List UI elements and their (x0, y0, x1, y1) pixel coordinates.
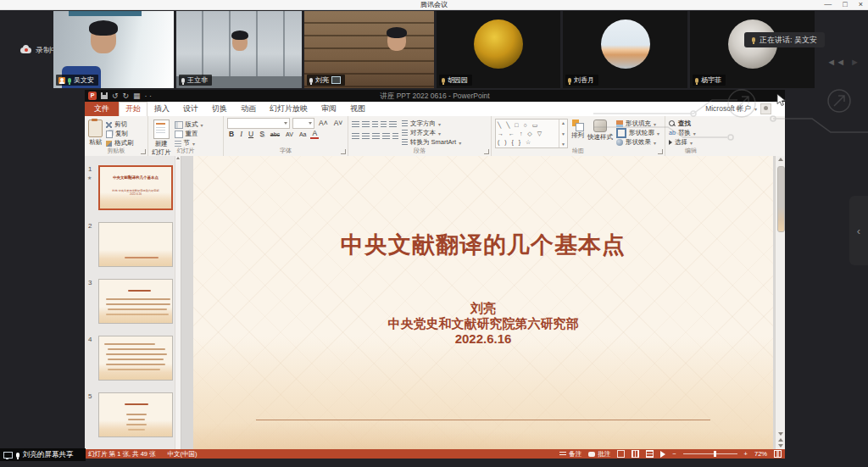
tab-5[interactable]: 动画 (234, 102, 263, 116)
replace-button[interactable]: ab替换▾ (669, 129, 696, 137)
select-button[interactable]: 选择▾ (669, 138, 696, 147)
prev-page-icon[interactable]: ◄◄ (826, 57, 845, 67)
tab-file[interactable]: 文件 (85, 102, 119, 116)
paste-button[interactable]: 粘贴 (88, 119, 103, 146)
dialog-launcher-icon[interactable] (658, 149, 663, 154)
slide-thumbnail-1[interactable]: 1★中央文献翻译的几个基本点刘亮 中央党史和文献研究院第六研究部 2022.6.… (98, 165, 173, 210)
shape-gallery[interactable]: ╲ ╲ □ ○ ▭ → ← ↑ ◇ ▽ ( ) { } ☆ ▲▼▼ (495, 119, 568, 148)
close-button[interactable]: × (859, 0, 863, 9)
font-name-select[interactable] (227, 118, 290, 129)
undo-icon[interactable]: ↺ (112, 92, 119, 100)
notes-toggle[interactable]: 备注 (559, 450, 581, 459)
fit-to-window-button[interactable] (774, 450, 782, 458)
tab-1[interactable]: 开始 (119, 102, 147, 116)
panel-scrollbar[interactable] (175, 156, 181, 449)
smartart-button[interactable]: 转换为 SmartArt▾ (402, 138, 461, 147)
slide-thumbnail-4[interactable]: 4★ (98, 336, 173, 381)
justify-icon[interactable] (382, 133, 390, 140)
change-case-button[interactable]: Aa (298, 130, 309, 139)
zoom-slider-thumb[interactable] (714, 451, 716, 457)
font-size-select[interactable] (292, 118, 314, 129)
char-spacing-button[interactable]: AV (284, 130, 295, 139)
cut-button[interactable]: 剪切 (106, 120, 134, 129)
language-indicator[interactable]: 中文(中国) (168, 450, 198, 459)
zoom-level[interactable]: 72% (754, 450, 767, 458)
scroll-up-icon[interactable] (176, 157, 180, 159)
shape-fill-button[interactable]: 形状填充▾ (616, 120, 659, 128)
slide-date[interactable]: 2022.6.16 (193, 331, 773, 347)
participant-tile[interactable]: 吴文安 (53, 11, 174, 88)
layout-button[interactable]: 版式▾ (175, 120, 203, 129)
tab-2[interactable]: 插入 (147, 102, 176, 116)
account-area[interactable]: Microsoft 帐户 ▾ (705, 102, 771, 116)
gallery-scrollbar[interactable]: ▲▼▼ (559, 120, 567, 147)
tab-7[interactable]: 审阅 (314, 102, 343, 116)
line-spacing-icon[interactable] (389, 121, 397, 128)
find-button[interactable]: 查找 (669, 120, 696, 128)
columns-icon[interactable] (392, 133, 398, 140)
tab-8[interactable]: 视图 (343, 102, 372, 116)
decrease-indent-icon[interactable] (372, 121, 378, 128)
shrink-font-button[interactable]: A˅ (332, 119, 345, 128)
tab-4[interactable]: 切换 (205, 102, 234, 116)
slide-thumbnail-5[interactable]: 5★ (98, 392, 173, 437)
text-shadow-button[interactable]: S (258, 130, 266, 139)
normal-view-button[interactable] (617, 450, 625, 458)
participant-tile[interactable]: 胡园园 (437, 11, 560, 88)
slideshow-icon[interactable]: ▦ (133, 92, 141, 100)
font-color-button[interactable]: A (310, 130, 319, 139)
align-left-icon[interactable] (352, 133, 359, 140)
next-slide-button[interactable] (778, 444, 783, 448)
slide-title[interactable]: 中央文献翻译的几个基本点 (193, 230, 773, 260)
bullets-icon[interactable] (352, 121, 359, 128)
zoom-slider[interactable] (683, 453, 737, 454)
increase-indent-icon[interactable] (381, 121, 387, 128)
numbering-icon[interactable] (362, 121, 370, 128)
qat-more-icon[interactable]: · · (145, 92, 153, 100)
scroll-up-icon[interactable] (778, 158, 783, 161)
zoom-in-button[interactable]: + (744, 450, 748, 458)
comments-toggle[interactable]: 批注 (588, 450, 610, 459)
slide-affiliation[interactable]: 中央党史和文献研究院第六研究部 (193, 316, 773, 331)
redo-icon[interactable]: ↻ (123, 92, 130, 100)
italic-button[interactable]: I (238, 130, 244, 139)
slide-author[interactable]: 刘亮 (193, 301, 773, 316)
scrollbar-thumb[interactable] (777, 166, 785, 232)
shape-effects-button[interactable]: 形状效果▾ (616, 138, 659, 147)
grow-font-button[interactable]: A˄ (317, 119, 330, 128)
align-center-icon[interactable] (362, 133, 370, 140)
next-page-icon[interactable]: ► (850, 57, 860, 67)
slide-canvas[interactable]: 中央文献翻译的几个基本点 刘亮 中央党史和文献研究院第六研究部 2022.6.1… (193, 156, 773, 449)
participant-tile[interactable]: 王立非 (176, 11, 302, 88)
slide-scrollbar[interactable] (775, 156, 785, 449)
zoom-out-button[interactable]: − (672, 450, 676, 458)
slide-thumbnail-3[interactable]: 3★ (98, 279, 173, 324)
arrange-button[interactable]: 排列 (571, 119, 584, 139)
participant-tile[interactable]: 杨宇菲 (690, 11, 815, 88)
save-icon[interactable] (101, 92, 108, 99)
tab-3[interactable]: 设计 (176, 102, 205, 116)
underline-button[interactable]: U (247, 130, 255, 139)
participant-tile[interactable]: 刘亮 (304, 11, 434, 88)
slide-sorter-view-button[interactable] (632, 450, 639, 458)
text-direction-button[interactable]: 文字方向▾ (402, 120, 461, 128)
dialog-launcher-icon[interactable] (141, 149, 146, 154)
quick-styles-button[interactable]: 快速样式 (587, 119, 613, 141)
align-text-button[interactable]: 对齐文本▾ (402, 129, 461, 137)
previous-slide-button[interactable] (778, 438, 783, 442)
align-right-icon[interactable] (372, 133, 380, 140)
dialog-launcher-icon[interactable] (484, 149, 489, 154)
tab-6[interactable]: 幻灯片放映 (263, 102, 314, 116)
page-nav-arrows[interactable]: ◄◄ ► (826, 57, 860, 67)
participant-tile[interactable]: 刘香月 (563, 11, 687, 88)
strikethrough-button[interactable]: abc (269, 130, 281, 139)
copy-button[interactable]: 复制 (106, 130, 134, 138)
minimize-button[interactable]: — (824, 0, 832, 9)
slide-thumbnail-2[interactable]: 2★ (98, 222, 173, 267)
bold-button[interactable]: B (227, 130, 236, 139)
reading-view-button[interactable] (646, 450, 654, 458)
scroll-down-icon[interactable] (778, 432, 783, 436)
shape-outline-button[interactable]: 形状轮廓▾ (616, 129, 659, 137)
reset-button[interactable]: 重置 (175, 130, 203, 138)
slideshow-view-button[interactable] (660, 451, 665, 458)
